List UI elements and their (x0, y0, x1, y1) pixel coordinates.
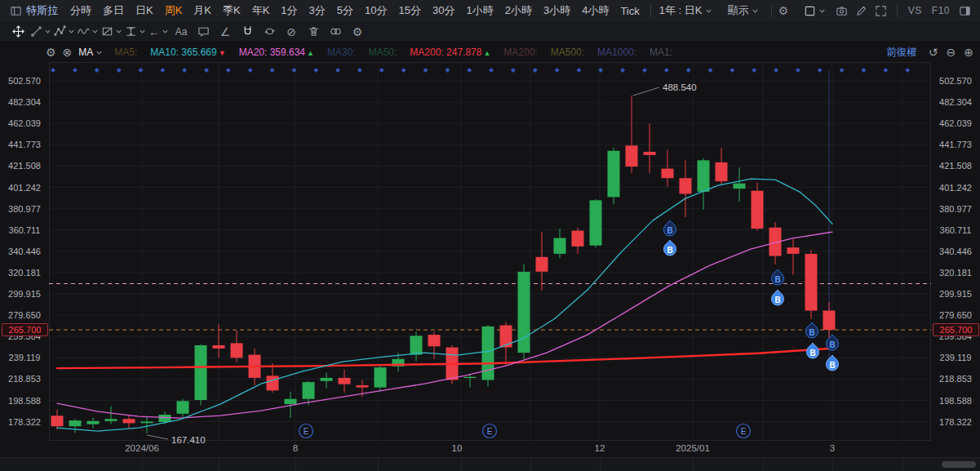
chart-canvas[interactable]: 488.540167.410BBBBBBBBEEE (49, 62, 931, 441)
timeline-strip[interactable] (0, 457, 980, 471)
price-label: 320.181 (0, 267, 49, 278)
period-30分[interactable]: 30分 (427, 3, 460, 18)
tool-trash-icon[interactable] (304, 22, 323, 42)
layout-box-dropdown[interactable] (798, 5, 831, 17)
ma-item[interactable]: MA200: 247.878▲ (410, 47, 490, 58)
zoom-in-icon[interactable]: ⊕ (964, 47, 973, 58)
tool-settings-icon[interactable]: ⚙ (348, 22, 367, 42)
period-3小時[interactable]: 3小時 (538, 3, 576, 18)
tool-measure-icon[interactable] (125, 22, 146, 42)
ma-item[interactable]: MA200: (503, 47, 537, 58)
tool-move-icon[interactable] (8, 22, 28, 42)
symbol-name[interactable]: 特斯拉 (26, 3, 58, 18)
tool-link-icon[interactable] (259, 22, 279, 42)
ma-item[interactable]: MA5: (114, 47, 137, 58)
period-月K[interactable]: 月K (188, 3, 217, 18)
indicator-close-icon[interactable]: ⊗ (63, 47, 73, 58)
buy-marker-pin[interactable]: B (806, 322, 818, 338)
buy-marker-pin[interactable]: B (772, 290, 784, 305)
screenshot-camera-icon[interactable] (833, 5, 851, 17)
period-季K[interactable]: 季K (217, 3, 246, 18)
period-15分[interactable]: 15分 (393, 3, 427, 18)
tool-text-icon[interactable]: Aa (171, 22, 191, 42)
period-日K[interactable]: 日K (130, 3, 159, 18)
buy-marker-pin[interactable]: B (827, 335, 839, 350)
ma-item[interactable]: MA1000: (597, 47, 636, 58)
tool-magnet-icon[interactable] (237, 22, 257, 42)
ma-item[interactable]: MA1: (650, 47, 672, 58)
svg-text:B: B (667, 226, 672, 235)
forward-adjust-button[interactable]: 前復權 (886, 46, 917, 60)
ma-item[interactable]: MA500: (551, 47, 584, 58)
tool-wave-icon[interactable] (78, 22, 99, 42)
earnings-marker[interactable]: E (299, 424, 313, 438)
reset-zoom-icon[interactable]: ↺ (929, 47, 938, 58)
buy-marker-pin[interactable]: B (807, 343, 819, 358)
top-diamond-marker (774, 68, 778, 73)
timeline-scroll-thumb[interactable] (942, 461, 976, 468)
tool-polyline-icon[interactable] (54, 22, 75, 42)
zoom-out-icon[interactable]: ⊖ (947, 47, 956, 58)
tool-angle-icon[interactable]: ∠ (215, 22, 235, 42)
top-diamond-marker (489, 68, 494, 73)
chart-area: ⚙ ⊗ MA MA5:MA10: 365.669▼MA20: 359.634▲M… (0, 42, 980, 471)
fullscreen-expand-icon[interactable] (872, 5, 890, 17)
earnings-marker[interactable]: E (737, 424, 751, 438)
tool-arrow-left-icon[interactable]: ← (149, 22, 169, 42)
period-周K[interactable]: 周K (159, 3, 188, 18)
svg-text:E: E (304, 427, 309, 436)
tool-ban-icon[interactable]: ⊘ (282, 22, 301, 42)
svg-text:B: B (774, 295, 780, 304)
timeline-divider (763, 458, 764, 471)
indicator-settings-gear-icon[interactable]: ⚙ (46, 47, 56, 58)
period-2小時[interactable]: 2小時 (499, 3, 538, 18)
indicator-name-dropdown[interactable]: MA (78, 47, 103, 58)
divider (897, 5, 898, 16)
buy-marker-pin[interactable]: B (664, 220, 676, 236)
tool-circles-icon[interactable] (326, 22, 345, 42)
period-分時[interactable]: 分時 (64, 3, 97, 18)
price-axis-left[interactable]: 502.570482.304462.039441.773421.508401.2… (0, 62, 49, 441)
top-diamond-marker (248, 68, 253, 73)
panel-right-icon[interactable] (956, 5, 973, 17)
candle (213, 324, 225, 358)
ma-item[interactable]: MA20: 359.634▲ (239, 47, 314, 58)
timeframe-dropdown[interactable]: 1年 : 日K (656, 3, 716, 18)
period-5分[interactable]: 5分 (331, 3, 359, 18)
price-label: 320.181 (931, 267, 980, 278)
trading-app-window: 特斯拉 分時多日日K周K月K季K年K1分3分5分10分15分30分1小時2小時3… (0, 0, 980, 471)
period-3分[interactable]: 3分 (304, 3, 331, 18)
display-dropdown[interactable]: 顯示 (722, 3, 765, 18)
edit-pencil-icon[interactable] (853, 5, 871, 17)
settings-gear-icon[interactable]: ⚙ (778, 5, 796, 16)
time-axis[interactable]: 2024/06810122025/013 (0, 441, 980, 457)
buy-marker-pin[interactable]: B (772, 269, 784, 285)
tool-pattern-icon[interactable] (101, 22, 122, 42)
vs-compare-button[interactable]: VS (904, 5, 926, 16)
earnings-marker[interactable]: E (483, 424, 497, 438)
period-年K[interactable]: 年K (246, 3, 276, 18)
svg-text:488.540: 488.540 (663, 82, 697, 92)
price-label: 239.119 (931, 352, 980, 363)
ma-item[interactable]: MA30: (327, 47, 356, 58)
ma-item[interactable]: MA10: 365.669▼ (150, 47, 225, 58)
tool-comment-icon[interactable] (193, 22, 213, 42)
price-axis-right[interactable]: 502.570482.304462.039441.773421.508401.2… (931, 62, 980, 441)
period-4小時[interactable]: 4小時 (576, 3, 614, 18)
candle (321, 373, 333, 389)
top-diamond-marker (598, 68, 603, 73)
timeline-divider (461, 458, 462, 471)
period-Tick[interactable]: Tick (614, 5, 645, 17)
period-多日[interactable]: 多日 (97, 3, 130, 18)
top-diamond-marker (840, 68, 845, 73)
sidebar-toggle-icon[interactable] (7, 5, 24, 17)
timeline-divider (693, 458, 694, 471)
period-1小時[interactable]: 1小時 (460, 3, 499, 18)
f10-info-button[interactable]: F10 (928, 5, 954, 16)
tool-trend-line-icon[interactable] (30, 22, 51, 42)
period-10分[interactable]: 10分 (359, 3, 392, 18)
buy-marker-pin[interactable]: B (664, 240, 676, 255)
period-1分[interactable]: 1分 (275, 3, 303, 18)
price-label: 482.304 (0, 96, 49, 108)
ma-item[interactable]: MA50: (369, 47, 397, 58)
